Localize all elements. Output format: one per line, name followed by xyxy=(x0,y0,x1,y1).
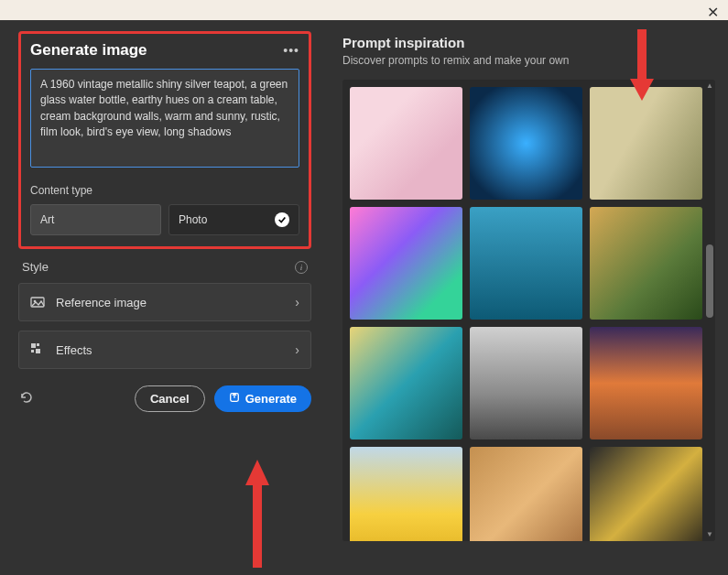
svg-rect-5 xyxy=(36,349,40,353)
generate-image-title: Generate image xyxy=(30,41,147,60)
effects-icon xyxy=(30,342,45,357)
check-icon xyxy=(275,212,289,227)
generate-button[interactable]: Generate xyxy=(214,385,311,412)
inspiration-thumb[interactable] xyxy=(590,207,702,320)
cancel-button[interactable]: Cancel xyxy=(135,385,205,412)
prompt-input[interactable] xyxy=(30,69,299,168)
inspiration-thumb[interactable] xyxy=(590,87,702,200)
inspiration-thumb[interactable] xyxy=(350,327,462,439)
content-type-art-button[interactable]: Art xyxy=(30,204,161,235)
generate-panel-highlight: Generate image ••• Content type Art Phot… xyxy=(18,31,311,249)
inspiration-thumb[interactable] xyxy=(470,447,582,541)
inspiration-thumb[interactable] xyxy=(590,327,702,439)
inspiration-thumb[interactable] xyxy=(470,327,582,439)
generate-icon xyxy=(229,392,240,406)
more-options-icon[interactable]: ••• xyxy=(283,43,299,58)
effects-label: Effects xyxy=(56,343,92,357)
close-icon[interactable]: ✕ xyxy=(707,4,719,21)
chevron-right-icon: › xyxy=(295,342,299,357)
inspiration-scroll: ▲ ▼ xyxy=(342,80,715,541)
content-type-photo-label: Photo xyxy=(179,213,207,226)
undo-icon[interactable] xyxy=(18,390,33,408)
scroll-down-icon[interactable]: ▼ xyxy=(706,530,713,539)
reference-image-button[interactable]: Reference image › xyxy=(18,283,311,321)
effects-button[interactable]: Effects › xyxy=(18,331,311,369)
info-icon[interactable]: i xyxy=(295,261,308,274)
inspiration-thumb[interactable] xyxy=(470,207,582,320)
content-type-label: Content type xyxy=(30,184,299,197)
scroll-up-icon[interactable]: ▲ xyxy=(706,81,713,91)
reference-image-icon xyxy=(30,295,45,309)
svg-rect-3 xyxy=(37,343,39,346)
chevron-right-icon: › xyxy=(295,295,299,309)
scrollbar-thumb[interactable] xyxy=(706,244,713,318)
inspiration-thumb[interactable] xyxy=(590,447,702,541)
inspiration-thumb[interactable] xyxy=(470,87,582,200)
reference-image-label: Reference image xyxy=(56,296,147,309)
generate-label: Generate xyxy=(245,392,297,406)
svg-rect-4 xyxy=(31,350,34,353)
content-type-art-label: Art xyxy=(40,213,54,226)
svg-rect-2 xyxy=(31,343,36,348)
inspiration-thumb[interactable] xyxy=(350,447,462,541)
inspiration-thumb[interactable] xyxy=(350,87,462,200)
inspiration-title: Prompt inspiration xyxy=(342,35,715,50)
content-type-photo-button[interactable]: Photo xyxy=(168,204,299,235)
inspiration-thumb[interactable] xyxy=(350,207,462,320)
inspiration-subtitle: Discover prompts to remix and make your … xyxy=(342,54,715,67)
style-label: Style xyxy=(22,260,49,274)
